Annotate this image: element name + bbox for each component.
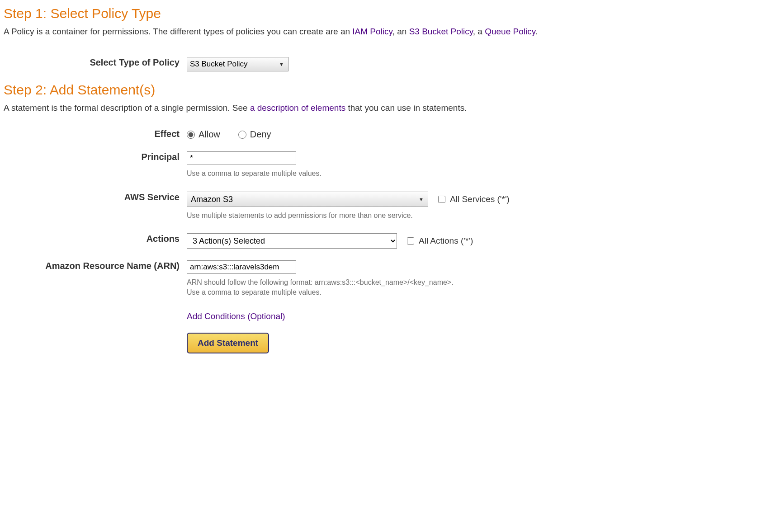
step1-description: A Policy is a container for permissions.… [4,26,776,38]
arn-hint: ARN should follow the following format: … [187,278,776,298]
aws-service-select[interactable]: Amazon S3 [187,192,428,207]
all-actions-label: All Actions ('*') [419,236,473,246]
policy-type-label: Select Type of Policy [4,56,187,68]
effect-allow-radio[interactable] [187,131,195,139]
aws-service-hint: Use multiple statements to add permissio… [187,211,776,221]
effect-deny-radio[interactable] [238,131,246,139]
queue-policy-link[interactable]: Queue Policy [485,27,535,36]
effect-label: Effect [4,127,187,139]
step2-description: A statement is the formal description of… [4,102,776,114]
add-conditions-link[interactable]: Add Conditions (Optional) [187,311,285,321]
iam-policy-link[interactable]: IAM Policy [352,27,392,36]
actions-select[interactable]: 3 Action(s) Selected [187,233,397,249]
principal-label: Principal [4,151,187,162]
effect-deny-label: Deny [250,129,271,140]
step1-desc-pre: A Policy is a container for permissions.… [4,27,352,36]
step2-heading: Step 2: Add Statement(s) [4,82,776,98]
principal-input[interactable] [187,151,296,165]
all-services-checkbox[interactable] [438,196,445,203]
actions-label: Actions [4,232,187,244]
s3-bucket-policy-link[interactable]: S3 Bucket Policy [409,27,473,36]
step1-desc-mid2: , a [473,27,485,36]
all-services-label: All Services ('*') [450,194,510,204]
principal-hint: Use a comma to separate multiple values. [187,169,776,179]
all-actions-checkbox[interactable] [407,237,414,245]
aws-service-label: AWS Service [4,191,187,202]
step2-desc-end: that you can use in statements. [345,103,467,113]
effect-allow-label: Allow [199,129,220,140]
policy-type-select[interactable]: S3 Bucket Policy [187,57,288,71]
step1-desc-mid1: , an [392,27,409,36]
step1-desc-end: . [535,27,538,36]
arn-input[interactable] [187,260,296,274]
step1-heading: Step 1: Select Policy Type [4,6,776,21]
description-elements-link[interactable]: a description of elements [250,103,345,113]
step2-desc-pre: A statement is the formal description of… [4,103,250,113]
add-statement-button[interactable]: Add Statement [187,333,269,353]
arn-label: Amazon Resource Name (ARN) [4,259,187,271]
